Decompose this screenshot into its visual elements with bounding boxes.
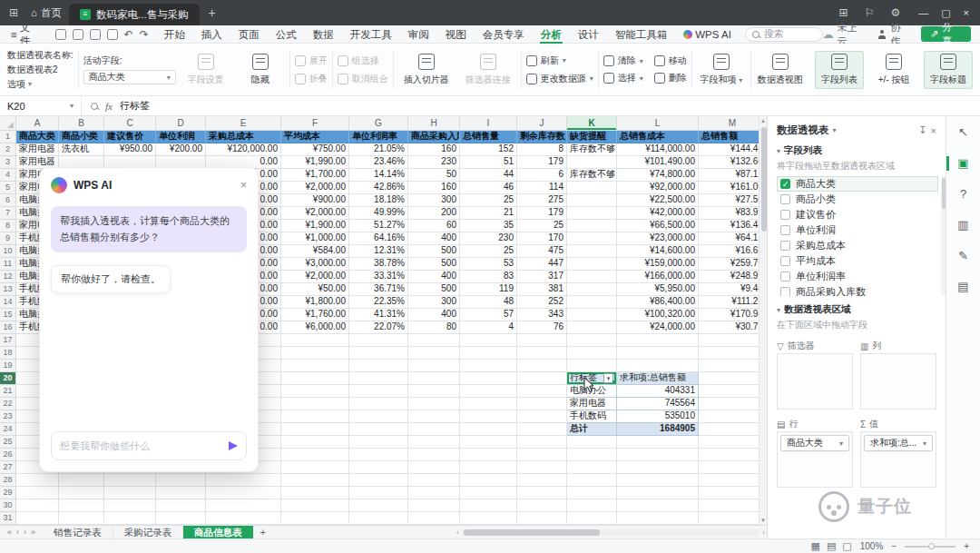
cell-G31[interactable] [349,512,408,525]
cell-F5[interactable]: ¥2,000.00 [281,182,349,194]
checkbox-icon[interactable] [780,194,790,204]
cell-A30[interactable] [16,499,59,512]
cell-M20[interactable] [699,372,767,385]
cell-K25[interactable] [567,436,617,449]
cell-F15[interactable]: ¥1,760.00 [281,309,349,321]
sheet-tab-采购记录表[interactable]: 采购记录表 [113,526,184,539]
cell-A31[interactable] [16,512,59,525]
cell-L13[interactable]: ¥5,950.00 [617,283,699,296]
cell-J11[interactable]: 447 [517,258,567,271]
format-painter-icon[interactable] [107,29,118,40]
cell-I13[interactable]: 119 [460,283,517,296]
cell-L25[interactable] [617,436,699,449]
cell-L11[interactable]: ¥159,000.00 [617,258,699,271]
properties-panel-icon[interactable]: ▣ [946,156,980,171]
cell-M7[interactable]: ¥83.97 [699,207,767,220]
collapse-section-icon[interactable]: ▾ [777,147,780,155]
cell-H26[interactable] [408,449,460,461]
cell-H13[interactable]: 500 [408,283,460,296]
notifications-icon[interactable]: ⚐ [865,6,875,19]
cell-J4[interactable]: 6 [517,169,567,182]
cell-G23[interactable] [349,410,408,423]
filters-drop-area[interactable] [777,353,853,410]
cell-F3[interactable]: ¥1,990.00 [281,156,349,169]
cell-M26[interactable] [699,449,767,461]
cell-F28[interactable] [281,474,349,487]
field-item-单位利润率[interactable]: 单位利润率 [777,269,938,284]
cell-J30[interactable] [517,499,567,512]
checkbox-checked-icon[interactable]: ✓ [780,179,790,189]
cell-J15[interactable]: 343 [517,309,567,321]
cell-J20[interactable] [517,372,567,385]
row-header-27[interactable]: 27 [0,461,16,474]
cell-I3[interactable]: 51 [460,156,517,169]
active-field-input[interactable]: 商品大类▾ [83,70,176,84]
cell-M27[interactable] [699,461,767,474]
pivot-row-filter-button[interactable]: ▾ [603,373,613,383]
cell-L20[interactable]: 求和项:总销售额 [617,372,699,385]
cell-K17[interactable] [567,334,617,347]
cell-I27[interactable] [460,461,517,474]
checkbox-icon[interactable] [780,210,790,220]
cell-F10[interactable]: ¥584.00 [281,245,349,258]
horizontal-scroll-thumb[interactable] [464,529,600,536]
checkbox-icon[interactable] [780,287,790,296]
row-header-23[interactable]: 23 [0,410,16,423]
cell-J26[interactable] [517,449,567,461]
cell-H28[interactable] [408,474,460,487]
cell-H15[interactable]: 400 [408,309,460,321]
cell-L19[interactable] [617,360,699,372]
zoom-slider[interactable] [905,546,956,548]
cell-C30[interactable] [104,499,156,512]
redo-icon[interactable]: ↷ [140,29,149,40]
cell-H25[interactable] [408,436,460,449]
header-cell-B1[interactable]: 商品小类 [59,131,104,143]
cell-I6[interactable]: 25 [460,194,517,207]
col-header-M[interactable]: M [699,116,767,131]
share-button[interactable]: ⇗ 分享 [921,26,971,42]
checkbox-icon[interactable] [780,256,790,266]
cell-I5[interactable]: 46 [460,182,517,194]
cell-G9[interactable]: 64.16% [349,232,408,245]
cell-K19[interactable] [567,360,617,372]
row-header-9[interactable]: 9 [0,232,16,245]
cell-M6[interactable]: ¥27.50 [699,194,767,207]
field-headers-toggle-button[interactable]: 字段标题 [924,51,973,89]
cell-C2[interactable]: ¥950.00 [104,143,156,156]
cell-G22[interactable] [349,398,408,410]
cell-H3[interactable]: 230 [408,156,460,169]
cell-I12[interactable]: 83 [460,271,517,283]
row-header-26[interactable]: 26 [0,449,16,461]
cell-K18[interactable] [567,347,617,360]
normal-view-icon[interactable]: ▦ [811,540,820,552]
cell-J17[interactable] [517,334,567,347]
new-tab-button[interactable]: + [209,5,216,20]
cell-L14[interactable]: ¥86,400.00 [617,296,699,309]
header-cell-G1[interactable]: 单位利润率 [349,131,408,143]
settings-icon[interactable]: ⚙ [890,6,900,19]
cell-F9[interactable]: ¥1,000.00 [281,232,349,245]
vertical-scrollbar[interactable]: ▴ ▾ [759,116,767,525]
cell-G10[interactable]: 12.31% [349,245,408,258]
cell-J9[interactable]: 170 [517,232,567,245]
cell-K5[interactable] [567,182,617,194]
menu-tab-视图[interactable]: 视图 [437,25,475,44]
cell-K28[interactable] [567,474,617,487]
sheet-tab-商品信息表[interactable]: 商品信息表 [183,526,253,539]
rows-drop-area[interactable]: 商品大类▾ [777,431,853,488]
cell-I26[interactable] [460,449,517,461]
ungroup-button[interactable]: 取消组合 [338,71,388,86]
cell-A29[interactable] [16,487,59,499]
pivot-chart-button[interactable]: 数据透视图 [756,48,805,91]
cell-F14[interactable]: ¥1,800.00 [281,296,349,309]
field-item-商品采购入库数[interactable]: 商品采购入库数 [777,284,938,296]
fields-items-button[interactable]: 字段和项 ▾ [697,48,746,91]
cell-F27[interactable] [281,461,349,474]
menu-tab-设计[interactable]: 设计 [570,25,607,44]
cell-E29[interactable] [206,487,281,499]
cell-H4[interactable]: 50 [408,169,460,182]
cell-C28[interactable] [104,474,156,487]
cell-K23[interactable]: 手机数码 [567,410,617,423]
vertical-scroll-thumb[interactable] [761,127,767,232]
filter-connect-button[interactable]: 筛选器连接 [460,51,516,89]
